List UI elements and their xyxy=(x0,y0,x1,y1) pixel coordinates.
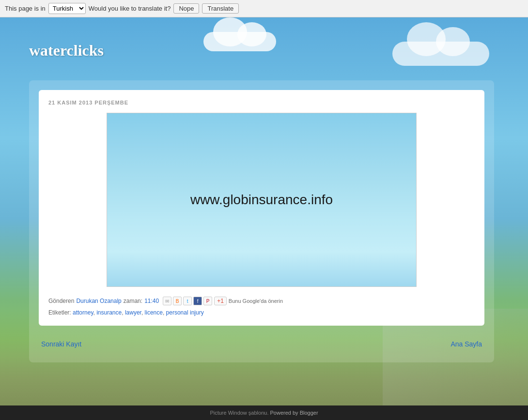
gplus-button[interactable]: +1 xyxy=(214,297,227,305)
tag-licence[interactable]: licence xyxy=(145,309,163,316)
tag-attorney[interactable]: attorney xyxy=(73,309,93,316)
blogthis-icon[interactable]: B xyxy=(173,297,182,305)
author-link[interactable]: Durukan Ozanalp xyxy=(76,298,121,304)
post-navigation: Sonraki Kayıt Ana Sayfa xyxy=(39,335,484,353)
main-content: 21 KASIM 2013 PERŞEMBE www.globinsurance… xyxy=(29,80,494,362)
meta-prefix: Gönderen xyxy=(48,298,74,304)
page-background: waterclicks 21 KASIM 2013 PERŞEMBE www.g… xyxy=(0,17,528,420)
site-title: waterclicks xyxy=(29,42,104,60)
gplus-label: +1 xyxy=(217,298,224,304)
nope-button[interactable]: Nope xyxy=(173,3,199,14)
post-date: 21 KASIM 2013 PERŞEMBE xyxy=(48,100,475,105)
time-link[interactable]: 11:40 xyxy=(144,298,159,304)
language-select[interactable]: Turkish English French German Spanish xyxy=(48,3,86,14)
prev-post-link[interactable]: Sonraki Kayıt xyxy=(41,340,81,348)
twitter-share-icon[interactable]: t xyxy=(183,297,192,305)
translate-button[interactable]: Translate xyxy=(202,3,239,14)
tag-lawyer[interactable]: lawyer xyxy=(125,309,141,316)
post-meta: Gönderen Durukan Ozanalp zaman: 11:40 ✉ … xyxy=(48,297,475,305)
post-container: 21 KASIM 2013 PERŞEMBE www.globinsurance… xyxy=(39,90,484,326)
ad-image: www.globinsurance.info xyxy=(107,113,417,287)
footer-text: Picture Window şablonu. Powered by Blogg… xyxy=(210,410,318,416)
bottom-bar: Picture Window şablonu. Powered by Blogg… xyxy=(0,405,528,420)
tag-personal-injury[interactable]: personal injury xyxy=(166,309,204,316)
home-link[interactable]: Ana Sayfa xyxy=(450,340,482,348)
email-share-icon[interactable]: ✉ xyxy=(163,297,171,305)
pinterest-share-icon[interactable]: P xyxy=(203,297,212,305)
social-icons: ✉ B t f P xyxy=(163,297,212,305)
translate-bar-question: Would you like to translate it? xyxy=(89,5,171,12)
cloud-1 xyxy=(203,32,276,51)
recommend-text: Bunu Google'da önerin xyxy=(229,298,283,304)
time-prefix: zaman: xyxy=(124,298,142,304)
translate-bar: This page is in Turkish English French G… xyxy=(0,0,528,17)
translate-bar-prefix: This page is in xyxy=(5,5,46,12)
cloud-2 xyxy=(392,42,489,66)
facebook-share-icon[interactable]: f xyxy=(193,297,202,305)
tag-insurance[interactable]: insurance xyxy=(96,309,122,316)
blogger-link[interactable]: Powered by Blogger xyxy=(270,410,318,416)
ad-url-text: www.globinsurance.info xyxy=(190,192,333,208)
post-tags: Etiketler: attorney, insurance, lawyer, … xyxy=(48,309,475,316)
tags-label: Etiketler: xyxy=(48,309,71,316)
